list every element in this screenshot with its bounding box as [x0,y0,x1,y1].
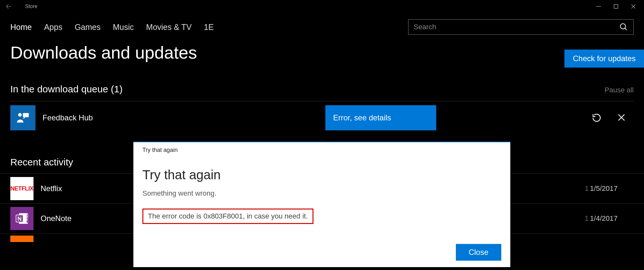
nav-item-music[interactable]: Music [113,23,134,32]
nav-item-1e[interactable]: 1E [204,23,214,32]
queue-item: Feedback Hub Error, see details [0,101,644,134]
dialog-small-title: Try that again [142,147,501,154]
dialog-error-code: The error code is 0x803F8001, in case yo… [142,209,313,224]
maximize-icon[interactable] [613,4,619,9]
svg-rect-7 [23,113,29,117]
recent-item-date: 11/4/2017 [585,214,634,223]
error-dialog: Try that again Try that again Something … [133,142,510,267]
search-input[interactable]: Search [408,19,634,35]
nav-item-movies[interactable]: Movies & TV [146,23,192,32]
queue-header: In the download queue (1) Pause all [0,68,644,101]
svg-rect-1 [614,5,618,8]
search-icon [619,23,628,32]
nav-items: Home Apps Games Music Movies & TV 1E [10,23,214,32]
retry-icon[interactable] [592,113,601,123]
search-placeholder: Search [414,23,436,31]
svg-text:N: N [17,215,22,222]
minimize-icon[interactable] [596,4,601,9]
queue-item-actions [592,113,634,123]
status-error-button[interactable]: Error, see details [325,105,436,130]
dialog-subtitle: Something went wrong. [142,189,501,198]
nav-item-home[interactable]: Home [10,23,32,32]
onenote-icon: N [10,207,34,230]
svg-point-4 [620,24,626,29]
recent-item-name: OneNote [41,214,72,223]
recent-item-date: 11/5/2017 [585,184,634,193]
svg-point-6 [18,113,22,116]
pause-all-button[interactable]: Pause all [604,86,634,94]
app-title: Store [25,4,37,9]
check-updates-button[interactable]: Check for updates [564,50,644,68]
nav-item-apps[interactable]: Apps [44,23,62,32]
svg-rect-13 [27,214,29,217]
netflix-icon: NETFLIX [10,177,34,200]
nav-item-games[interactable]: Games [75,23,101,32]
queue-item-name: Feedback Hub [43,113,93,122]
svg-rect-15 [27,220,29,223]
dialog-title: Try that again [142,168,501,182]
dialog-footer: Close [142,244,501,261]
recent-item-name: Netflix [41,184,62,193]
nav-bar: Home Apps Games Music Movies & TV 1E Sea… [0,13,644,42]
close-button[interactable]: Close [456,244,501,261]
svg-line-5 [625,28,627,30]
titlebar: Store [0,0,644,13]
back-icon[interactable] [5,3,12,10]
close-window-icon[interactable] [630,4,636,9]
page-title: Downloads and updates [0,42,644,68]
partial-app-icon [10,236,34,242]
cancel-icon[interactable] [617,113,626,123]
titlebar-left: Store [5,3,37,10]
queue-title: In the download queue (1) [10,84,123,95]
nav-right: Search [408,19,634,35]
window-controls [596,4,639,9]
svg-rect-14 [27,217,29,219]
feedback-hub-icon [10,105,35,130]
